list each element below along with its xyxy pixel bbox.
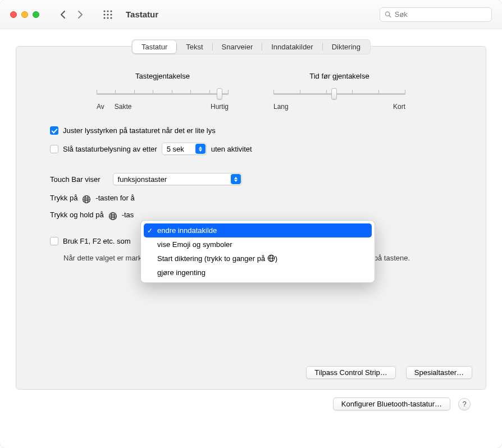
key-repeat-label-off: Av [97, 103, 104, 111]
backlight-off-checkbox[interactable] [50, 145, 58, 153]
backlight-off-value: 5 sek [167, 145, 199, 153]
nav-buttons [55, 7, 88, 22]
back-button[interactable] [55, 7, 71, 22]
forward-button[interactable] [72, 7, 88, 22]
dropdown-item-label: gjøre ingenting [157, 268, 206, 277]
apps-grid-icon [103, 10, 113, 20]
svg-point-6 [103, 17, 105, 19]
sliders-row: Tastegjentakelse Av Sakte Hurtig Tid før… [16, 62, 486, 111]
show-all-button[interactable] [100, 7, 116, 22]
panel-buttons: Tilpass Control Strip… Spesialtaster… [306, 366, 472, 379]
tab-inndatakilder[interactable]: Inndatakilder [262, 40, 322, 53]
dropdown-item-label: vise Emoji og symboler [157, 240, 232, 249]
delay-label-short: Kort [393, 103, 405, 111]
svg-point-2 [110, 10, 112, 12]
minimize-button[interactable] [21, 11, 28, 18]
customize-control-strip-button[interactable]: Tilpass Control Strip… [306, 366, 396, 379]
svg-point-0 [103, 10, 105, 12]
check-icon: ✓ [147, 227, 153, 235]
key-repeat-knob[interactable] [217, 88, 222, 99]
svg-point-4 [107, 13, 108, 15]
auto-brightness-row: Juster lysstyrken på tastaturet når det … [50, 126, 452, 135]
svg-point-5 [110, 13, 112, 15]
fn-press-label-post: -tasten for å [95, 194, 134, 202]
chevron-left-icon [60, 10, 66, 19]
auto-brightness-label: Juster lysstyrken på tastaturet når det … [63, 126, 216, 135]
delay-label-long: Lang [273, 103, 289, 111]
tab-tekst[interactable]: Tekst [177, 40, 212, 53]
svg-line-10 [389, 16, 391, 17]
globe-icon [82, 195, 91, 204]
svg-point-8 [110, 17, 112, 19]
tab-tastatur[interactable]: Tastatur [133, 40, 176, 53]
key-repeat-title: Tastegjentakelse [97, 72, 229, 80]
zoom-button[interactable] [33, 11, 39, 18]
auto-brightness-checkbox[interactable] [50, 126, 58, 135]
key-repeat-label-fast: Hurtig [211, 103, 229, 111]
touchbar-row: Touch Bar viser funksjonstaster [50, 173, 452, 185]
fn-hold-label-post: -tas [122, 211, 134, 219]
delay-title: Tid før gjentakelse [273, 72, 405, 80]
search-icon [385, 11, 391, 18]
modifier-keys-button[interactable]: Spesialtaster… [406, 366, 472, 379]
footer: Konfigurer Bluetooth-tastatur… ? [16, 390, 486, 410]
key-repeat-slider: Tastegjentakelse Av Sakte Hurtig [97, 72, 229, 111]
delay-knob[interactable] [331, 88, 337, 99]
fn-hold-row: Trykk og hold på -tas [50, 210, 452, 219]
close-button[interactable] [10, 11, 17, 18]
svg-point-3 [103, 13, 105, 15]
dropdown-item-label: endre inndatakilde [157, 226, 217, 235]
dropdown-item[interactable]: vise Emoji og symboler [144, 237, 372, 252]
svg-point-1 [107, 10, 108, 12]
touchbar-popup[interactable]: funksjonstaster [113, 173, 242, 185]
content: TastaturTekstSnarveierInndatakilderDikte… [0, 29, 502, 410]
help-button[interactable]: ? [458, 398, 471, 410]
dropdown-item-label: Start diktering (trykk to ganger på ) [157, 254, 277, 263]
globe-icon [108, 212, 117, 221]
tab-bar: TastaturTekstSnarveierInndatakilderDikte… [16, 39, 486, 54]
popup-arrows-icon [195, 144, 206, 154]
tab-snarveier[interactable]: Snarveier [213, 40, 262, 53]
main-panel: TastaturTekstSnarveierInndatakilderDikte… [16, 46, 486, 390]
window-title: Tastatur [126, 10, 158, 19]
key-repeat-track[interactable] [97, 88, 229, 99]
backlight-off-label-pre: Slå tastaturbelysning av etter [63, 145, 157, 153]
traffic-lights [10, 11, 39, 18]
titlebar: Tastatur [0, 0, 502, 29]
search-input[interactable] [395, 10, 487, 19]
preferences-window: Tastatur TastaturTekstSnarveierInndataki… [0, 0, 502, 448]
backlight-off-row: Slå tastaturbelysning av etter 5 sek ute… [50, 143, 452, 155]
backlight-off-popup[interactable]: 5 sek [162, 143, 207, 155]
dropdown-item[interactable]: Start diktering (trykk to ganger på ) [144, 252, 372, 266]
delay-track[interactable] [273, 88, 405, 99]
chevron-right-icon [77, 10, 83, 19]
svg-point-7 [107, 17, 108, 19]
dropdown-item[interactable]: gjøre ingenting [144, 266, 372, 280]
tab-diktering[interactable]: Diktering [323, 40, 369, 53]
fn-press-label-pre: Trykk på [50, 194, 77, 202]
fn-press-dropdown: ✓endre inndatakildevise Emoji og symbole… [140, 220, 375, 283]
fkeys-checkbox[interactable] [50, 237, 58, 245]
backlight-off-label-post: uten aktivitet [211, 145, 252, 153]
key-repeat-label-slow: Sakte [104, 103, 211, 111]
bluetooth-keyboard-button[interactable]: Konfigurer Bluetooth-tastatur… [333, 397, 450, 410]
popup-arrows-icon [231, 174, 241, 184]
fn-press-row: Trykk på -tasten for å [50, 193, 452, 202]
search-field[interactable] [380, 7, 492, 22]
dropdown-item[interactable]: ✓endre inndatakilde [144, 223, 372, 237]
touchbar-label: Touch Bar viser [50, 175, 101, 184]
delay-slider: Tid før gjentakelse Lang Kort [273, 72, 405, 111]
fn-hold-label-pre: Trykk og hold på [50, 211, 104, 219]
touchbar-value: funksjonstaster [118, 175, 181, 184]
fkeys-label: Bruk F1, F2 etc. som [63, 237, 131, 245]
